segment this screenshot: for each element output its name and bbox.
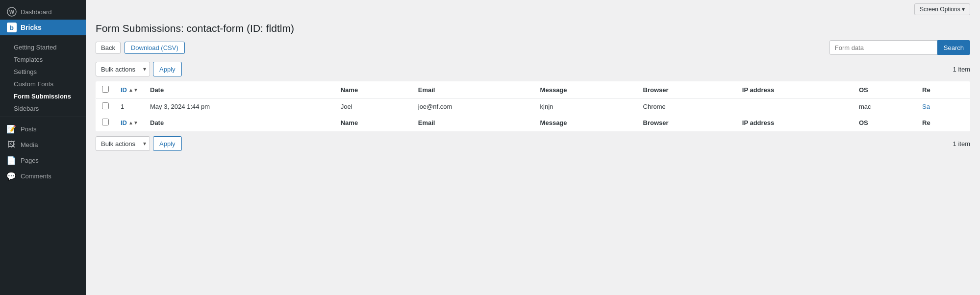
screen-options-label: Screen Options ▾	[920, 6, 965, 13]
apply-button-bottom[interactable]: Apply	[153, 136, 182, 151]
sidebar-item-posts[interactable]: 📝 Posts	[0, 121, 86, 137]
select-all-header	[96, 82, 115, 98]
col-footer-date: Date	[144, 115, 335, 131]
search-area: Search	[829, 40, 970, 55]
row-checkbox[interactable]	[102, 102, 109, 109]
row-date: May 3, 2024 1:44 pm	[144, 98, 335, 115]
bulk-actions-wrapper-top: Bulk actions	[96, 62, 150, 76]
sidebar-item-form-submissions[interactable]: Form Submissions	[0, 90, 86, 102]
col-header-message: Message	[534, 82, 637, 98]
action-buttons: Back Download (CSV)	[96, 42, 185, 54]
item-count-top: 1 item	[953, 66, 970, 73]
comments-label: Comments	[21, 172, 51, 180]
sidebar-item-templates[interactable]: Templates	[0, 53, 86, 66]
col-footer-email: Email	[412, 115, 534, 131]
bricks-submenu: Getting Started Templates Settings Custo…	[0, 39, 86, 117]
sidebar: W Dashboard b Bricks Getting Started Tem…	[0, 0, 86, 295]
sort-arrows-icon: ▲▼	[128, 88, 138, 93]
sidebar-item-bricks[interactable]: b Bricks	[0, 20, 86, 35]
bricks-icon: b	[7, 23, 17, 32]
row-name: Joel	[335, 98, 412, 115]
col-header-os: OS	[853, 82, 916, 98]
id-sort-link[interactable]: ID ▲▼	[121, 86, 138, 94]
top-bar: Screen Options ▾	[86, 0, 980, 18]
select-all-footer-checkbox[interactable]	[102, 119, 109, 125]
col-footer-id: ID ▲▼	[115, 115, 144, 131]
row-message: kjnjn	[534, 98, 637, 115]
col-header-name: Name	[335, 82, 412, 98]
table-footer-row: ID ▲▼ Date Name Email Message Browser IP…	[96, 115, 970, 131]
bulk-actions-top: Bulk actions Apply 1 item	[96, 62, 970, 76]
sidebar-item-comments[interactable]: 💬 Comments	[0, 168, 86, 184]
svg-text:W: W	[9, 9, 15, 15]
page-content: Form Submissions: contact-form (ID: fldt…	[86, 18, 980, 295]
table-row: 1 May 3, 2024 1:44 pm Joel joe@nf.com kj…	[96, 98, 970, 115]
id-sort-footer-link[interactable]: ID ▲▼	[121, 119, 138, 126]
col-footer-re: Re	[916, 115, 970, 131]
sidebar-item-custom-fonts[interactable]: Custom Fonts	[0, 78, 86, 90]
sidebar-item-media[interactable]: 🖼 Media	[0, 137, 86, 152]
download-csv-button[interactable]: Download (CSV)	[125, 42, 185, 54]
row-os: mac	[853, 98, 916, 115]
col-header-browser: Browser	[637, 82, 736, 98]
search-input[interactable]	[829, 40, 937, 55]
col-footer-message: Message	[534, 115, 637, 131]
sidebar-item-settings[interactable]: Settings	[0, 66, 86, 78]
row-action-link[interactable]: Sa	[922, 103, 930, 110]
bricks-label: Bricks	[21, 24, 42, 31]
table-header-row: ID ▲▼ Date Name Email Message Browser IP…	[96, 82, 970, 98]
select-all-checkbox[interactable]	[102, 86, 109, 93]
col-header-ip: IP address	[736, 82, 853, 98]
bulk-actions-wrapper-bottom: Bulk actions	[96, 136, 150, 151]
comments-icon: 💬	[7, 172, 16, 180]
col-footer-ip: IP address	[736, 115, 853, 131]
pages-label: Pages	[21, 157, 39, 164]
col-header-re: Re	[916, 82, 970, 98]
row-email: joe@nf.com	[412, 98, 534, 115]
dashboard-label: Dashboard	[21, 8, 52, 16]
sidebar-item-getting-started[interactable]: Getting Started	[0, 41, 86, 53]
item-count-bottom: 1 item	[953, 140, 970, 148]
apply-button-top[interactable]: Apply	[153, 62, 182, 76]
media-icon: 🖼	[7, 140, 16, 149]
row-checkbox-cell	[96, 98, 115, 115]
submissions-table: ID ▲▼ Date Name Email Message Browser IP…	[96, 81, 970, 131]
posts-icon: 📝	[7, 124, 16, 133]
posts-label: Posts	[21, 125, 37, 133]
col-header-id: ID ▲▼	[115, 82, 144, 98]
bulk-actions-select-top[interactable]: Bulk actions	[96, 62, 150, 76]
page-title: Form Submissions: contact-form (ID: fldt…	[96, 23, 970, 34]
main-content: Screen Options ▾ Form Submissions: conta…	[86, 0, 980, 295]
col-footer-browser: Browser	[637, 115, 736, 131]
col-header-email: Email	[412, 82, 534, 98]
bulk-actions-bottom: Bulk actions Apply 1 item	[96, 136, 970, 151]
bulk-actions-select-bottom[interactable]: Bulk actions	[96, 136, 150, 151]
col-footer-name: Name	[335, 115, 412, 131]
pages-icon: 📄	[7, 156, 16, 165]
sort-arrows-footer-icon: ▲▼	[128, 121, 138, 125]
row-ip	[736, 98, 853, 115]
col-header-date: Date	[144, 82, 335, 98]
row-id: 1	[115, 98, 144, 115]
col-footer-os: OS	[853, 115, 916, 131]
search-button[interactable]: Search	[937, 40, 970, 55]
media-label: Media	[21, 141, 38, 148]
sidebar-item-sidebars[interactable]: Sidebars	[0, 102, 86, 115]
back-button[interactable]: Back	[96, 42, 121, 54]
select-all-footer	[96, 115, 115, 131]
sidebar-nav: 📝 Posts 🖼 Media 📄 Pages 💬 Comments	[0, 117, 86, 188]
row-action: Sa	[916, 98, 970, 115]
sidebar-item-pages[interactable]: 📄 Pages	[0, 152, 86, 168]
screen-options-button[interactable]: Screen Options ▾	[914, 3, 970, 15]
row-browser: Chrome	[637, 98, 736, 115]
wp-logo[interactable]: W Dashboard	[0, 4, 86, 20]
